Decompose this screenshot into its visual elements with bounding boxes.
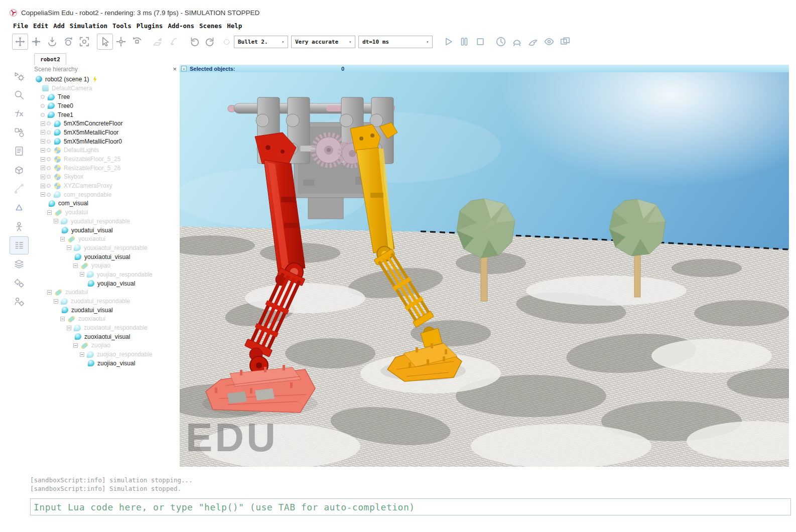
- expander-dot-icon[interactable]: [41, 113, 45, 117]
- expander-dot-icon[interactable]: [47, 148, 51, 152]
- page-selector-button[interactable]: [557, 34, 573, 50]
- tree-item-zuoxiaotui-visual[interactable]: zuoxiaotui_visual: [30, 332, 180, 341]
- expander-icon[interactable]: [47, 290, 52, 295]
- expander-dot-icon[interactable]: [41, 104, 45, 108]
- tree-item-robot2-scene-1-[interactable]: robot2 (scene 1): [30, 75, 180, 84]
- close-icon[interactable]: ×: [173, 66, 177, 72]
- expander-icon[interactable]: [67, 326, 71, 330]
- scripts-button[interactable]: [10, 142, 29, 160]
- tree-item-youjiao-visual[interactable]: youjiao_visual: [30, 279, 180, 288]
- tree-item-5mx5mconcretefloor[interactable]: 5mX5mConcreteFloor: [30, 119, 180, 128]
- expander-dot-icon[interactable]: [41, 95, 45, 99]
- tree-item-youxiaotui[interactable]: youxiaotui: [30, 234, 180, 243]
- expander-dot-icon[interactable]: [47, 184, 51, 188]
- assemble-button[interactable]: [150, 34, 166, 50]
- menu-plugins[interactable]: Plugins: [137, 22, 163, 30]
- scene-tab-robot2[interactable]: robot2: [34, 53, 66, 65]
- tree-item-defaultlights[interactable]: DefaultLights: [30, 146, 180, 155]
- simulation-settings-button[interactable]: [10, 67, 29, 85]
- viewport-3d[interactable]: - Selected objects: 0: [180, 65, 789, 467]
- tree-item-tree0[interactable]: Tree0: [30, 101, 180, 110]
- menu-tools[interactable]: Tools: [112, 22, 131, 30]
- expander-icon[interactable]: [41, 130, 45, 135]
- expander-icon[interactable]: [41, 175, 45, 179]
- visualization-toggle-button[interactable]: [541, 34, 557, 50]
- expander-dot-icon[interactable]: [47, 130, 51, 135]
- expander-icon[interactable]: [41, 157, 45, 162]
- layers-button[interactable]: [10, 255, 29, 273]
- expander-dot-icon[interactable]: [47, 140, 51, 144]
- tree-item-skybox[interactable]: Skybox: [30, 173, 180, 182]
- menu-add[interactable]: Add: [53, 22, 65, 30]
- collapse-icon[interactable]: -: [181, 66, 187, 71]
- expander-dot-icon[interactable]: [47, 157, 51, 161]
- stop-button[interactable]: [472, 34, 488, 50]
- collections-button[interactable]: [10, 123, 29, 142]
- tree-item-tree1[interactable]: Tree1: [30, 110, 180, 119]
- expander-dot-icon[interactable]: [47, 175, 51, 179]
- tree-item-zuodatui[interactable]: zuodatui: [30, 288, 180, 297]
- lua-input[interactable]: [31, 499, 790, 515]
- user-settings-button[interactable]: [10, 293, 29, 311]
- tree-item-com-respondable[interactable]: com_respondable: [30, 190, 180, 199]
- expander-dot-icon[interactable]: [47, 121, 51, 125]
- real-time-toggle-button[interactable]: [493, 34, 509, 50]
- camera-pan-button[interactable]: [12, 34, 28, 50]
- expander-icon[interactable]: [54, 299, 58, 304]
- tree-item-resizablefloor-5-26[interactable]: ResizableFloor_5_26: [30, 164, 180, 173]
- shape-edition-button[interactable]: [10, 161, 29, 179]
- expander-icon[interactable]: [67, 245, 71, 250]
- tree-item-zuojiao-visual[interactable]: zuojiao_visual: [30, 359, 180, 368]
- accuracy-select[interactable]: Very accurate▾: [291, 36, 355, 48]
- camera-shift-button[interactable]: [28, 34, 44, 50]
- menu-scenes[interactable]: Scenes: [199, 22, 222, 30]
- undo-button[interactable]: [186, 34, 202, 50]
- tree-item-youdatui-visual[interactable]: youdatui_visual: [30, 226, 180, 235]
- tree-item-zuoxiaotui[interactable]: zuoxiaotui: [30, 315, 180, 324]
- tree-item-youjiao[interactable]: youjiao: [30, 261, 180, 270]
- expander-dot-icon[interactable]: [47, 166, 51, 170]
- tree-item-defaultcamera[interactable]: DefaultCamera: [30, 84, 180, 93]
- menu-add-ons[interactable]: Add-ons: [168, 22, 194, 30]
- expander-icon[interactable]: [54, 219, 58, 223]
- selection-marker-button[interactable]: [10, 199, 29, 217]
- motion-gears-button[interactable]: [10, 274, 29, 292]
- menu-edit[interactable]: Edit: [33, 22, 48, 30]
- tree-item-zuoxiaotui-respondable[interactable]: zuoxiaotui_respondable: [30, 323, 180, 332]
- expander-dot-icon[interactable]: [47, 193, 51, 197]
- expander-icon[interactable]: [73, 263, 78, 268]
- select-button[interactable]: [97, 34, 113, 50]
- expander-icon[interactable]: [41, 121, 45, 126]
- transfer-dna-button[interactable]: [166, 34, 182, 50]
- redo-button[interactable]: [202, 34, 218, 50]
- tree-item-tree[interactable]: Tree: [30, 92, 180, 101]
- calculation-modules-button[interactable]: [10, 104, 29, 122]
- play-button[interactable]: [440, 34, 456, 50]
- camera-visibility-button[interactable]: [10, 86, 29, 104]
- expander-icon[interactable]: [47, 210, 52, 215]
- menu-file[interactable]: File: [13, 22, 28, 30]
- camera-rotate-button[interactable]: [60, 34, 76, 50]
- expander-icon[interactable]: [41, 184, 45, 188]
- tree-item-zuodatui-visual[interactable]: zuodatui_visual: [30, 306, 180, 315]
- tree-item-zuojiao-respondable[interactable]: zuojiao_respondable: [30, 350, 180, 359]
- expander-icon[interactable]: [80, 352, 84, 357]
- camera-fit-button[interactable]: [76, 34, 92, 50]
- expander-icon[interactable]: [80, 272, 84, 277]
- path-edition-button[interactable]: [10, 180, 29, 198]
- object-shift-button[interactable]: [113, 34, 129, 50]
- expander-icon[interactable]: [41, 192, 45, 197]
- tree-item-youdatui-respondable[interactable]: youdatui_respondable: [30, 217, 180, 226]
- tree-item-resizablefloor-5-25[interactable]: ResizableFloor_5_25: [30, 155, 180, 164]
- tree-item-youxiaotui-visual[interactable]: youxiaotui_visual: [30, 252, 180, 261]
- menu-simulation[interactable]: Simulation: [70, 22, 107, 30]
- tree-item-zuodatui-respondable[interactable]: zuodatui_respondable: [30, 297, 180, 306]
- expander-icon[interactable]: [41, 139, 45, 144]
- expander-icon[interactable]: [41, 166, 45, 170]
- camera-vertical-button[interactable]: [44, 34, 60, 50]
- menu-help[interactable]: Help: [227, 22, 242, 30]
- dt-select[interactable]: dt=10 ms▾: [358, 36, 433, 48]
- speed-up-button[interactable]: [525, 34, 541, 50]
- engine-select[interactable]: Bullet 2.▾: [234, 36, 288, 48]
- tree-item-youxiaotui-respondable[interactable]: youxiaotui_respondable: [30, 243, 180, 252]
